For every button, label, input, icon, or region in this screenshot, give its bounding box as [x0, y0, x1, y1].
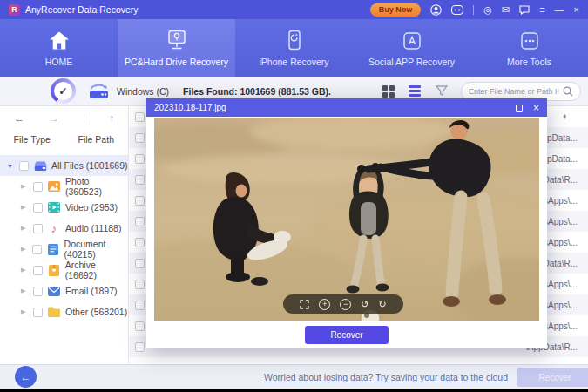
rotate-left-icon[interactable]: ↺	[361, 300, 368, 309]
close-button[interactable]: ×	[574, 5, 579, 15]
tree-item-other[interactable]: ▶ Other (568201)	[0, 301, 128, 322]
home-icon	[49, 30, 70, 52]
preview-window-controls: ×	[516, 103, 539, 113]
menu-icon[interactable]: ≡	[539, 5, 544, 15]
email-icon	[47, 285, 61, 297]
cloud-backup-link[interactable]: Worried about losing data? Try saving yo…	[264, 372, 508, 382]
tree-item-all-files[interactable]: ▼ All Files (1001669)	[0, 155, 128, 176]
photo-preview: + − ↺ ↻	[154, 118, 539, 321]
search-icon[interactable]	[563, 86, 573, 97]
document-icon	[46, 243, 60, 255]
checkbox-other[interactable]	[33, 308, 43, 317]
sort-icon[interactable]: ▲ ▼	[563, 114, 567, 120]
tab-iphone-recovery[interactable]: iPhone Recovery	[235, 19, 353, 77]
tab-pc-hard-drive-recovery[interactable]: PC&Hard Drive Recovery	[118, 19, 235, 77]
maximize-icon[interactable]	[516, 105, 523, 112]
tree-item-label: Photo (360523)	[65, 176, 128, 197]
caret-right-icon[interactable]: ▶	[21, 267, 29, 274]
fullscreen-icon[interactable]	[300, 300, 309, 309]
list-view-icon[interactable]	[409, 85, 421, 96]
caret-down-icon[interactable]: ▼	[7, 163, 15, 169]
photo-tools-bar: + − ↺ ↻	[283, 294, 403, 314]
view-controls	[382, 85, 448, 97]
grid-view-icon[interactable]	[382, 85, 394, 97]
archive-icon	[47, 264, 61, 276]
back-arrow-icon[interactable]: ←	[14, 112, 24, 125]
discord-icon[interactable]	[451, 5, 463, 15]
checkbox-all-files[interactable]	[19, 161, 29, 171]
caret-right-icon[interactable]: ▶	[21, 225, 29, 232]
caret-right-icon[interactable]: ▶	[21, 308, 29, 315]
select-all-checkbox[interactable]	[135, 112, 145, 122]
tree-item-photo[interactable]: ▶ Photo (360523)	[0, 176, 128, 197]
drive-label: Windows (C)	[117, 86, 169, 97]
rotate-right-icon[interactable]: ↻	[379, 300, 387, 309]
sort-down-icon: ▼	[563, 117, 567, 119]
buy-now-button[interactable]: Buy Now	[370, 3, 422, 17]
plus-glyph: +	[322, 300, 327, 308]
row-checkbox[interactable]	[135, 196, 145, 206]
row-checkbox[interactable]	[135, 238, 145, 247]
tab-file-path-label: File Path	[78, 134, 114, 145]
row-checkbox[interactable]	[135, 175, 145, 185]
checkbox-video[interactable]	[33, 203, 43, 213]
tab-iphone-recovery-label: iPhone Recovery	[260, 57, 329, 67]
recover-all-button[interactable]: Recover	[517, 368, 588, 387]
photo-icon	[47, 180, 61, 193]
filter-icon[interactable]	[436, 85, 448, 97]
tab-file-path[interactable]: File Path	[64, 130, 129, 153]
tab-social-app-recovery[interactable]: Social APP Recovery	[353, 19, 470, 77]
minimize-button[interactable]: —	[555, 5, 564, 15]
row-checkbox[interactable]	[135, 280, 145, 289]
feedback-icon[interactable]	[519, 5, 530, 15]
checkbox-document[interactable]	[32, 245, 42, 254]
tree-item-video[interactable]: ▶ Video (2953)	[0, 197, 128, 218]
tree-item-archive[interactable]: ▶ Archive (16692)	[0, 260, 128, 280]
tree-item-label: Other (568201)	[65, 307, 127, 317]
caret-right-icon[interactable]: ▶	[21, 287, 29, 294]
tab-file-type[interactable]: File Type	[0, 130, 64, 153]
zoom-out-icon[interactable]: −	[340, 299, 351, 310]
account-icon[interactable]	[430, 4, 442, 16]
main-navigation: HOME PC&Hard Drive Recovery iPhone Recov…	[0, 19, 588, 77]
row-checkbox[interactable]	[135, 133, 145, 143]
checkbox-photo[interactable]	[33, 182, 43, 192]
tab-more-tools[interactable]: More Tools	[470, 19, 588, 77]
row-checkbox[interactable]	[135, 217, 145, 226]
tree-item-audio[interactable]: ▶ ♪ Audio (11188)	[0, 218, 128, 239]
row-checkbox[interactable]	[135, 321, 145, 331]
footer-bar: ← Worried about losing data? Try saving …	[0, 364, 588, 389]
forward-arrow-icon[interactable]: →	[49, 112, 59, 125]
monitor-pin-icon	[166, 30, 188, 52]
phone-restore-icon	[287, 30, 301, 52]
caret-right-icon[interactable]: ▶	[21, 204, 29, 211]
caret-right-icon[interactable]: ▶	[21, 183, 29, 190]
recover-file-button[interactable]: Recover	[305, 326, 389, 344]
search-input[interactable]	[469, 87, 559, 96]
row-checkbox[interactable]	[135, 154, 145, 164]
preview-modal-titlebar: 202310.18-117.jpg ×	[146, 98, 547, 117]
sidebar-nav-separator	[84, 113, 84, 123]
tree-item-document[interactable]: ▶ Document (40215)	[0, 239, 128, 260]
social-app-icon	[402, 30, 422, 52]
checkbox-archive[interactable]	[33, 266, 43, 275]
caret-right-icon[interactable]: ▶	[21, 246, 28, 253]
preview-modal-footer: Recover	[146, 321, 547, 348]
zoom-in-icon[interactable]: +	[319, 299, 330, 310]
up-arrow-icon[interactable]: ↑	[109, 112, 114, 125]
close-preview-icon[interactable]: ×	[533, 103, 539, 113]
preview-file-name: 202310.18-117.jpg	[154, 103, 226, 112]
window-titlebar: R AnyRecover Data Recovery Buy Now ◎ ✉ ≡…	[0, 0, 588, 19]
back-button[interactable]: ←	[15, 366, 37, 388]
tree-item-email[interactable]: ▶ Email (1897)	[0, 280, 128, 301]
checkbox-email[interactable]	[33, 287, 43, 296]
drive-icon	[33, 159, 47, 172]
row-checkbox[interactable]	[135, 301, 145, 310]
row-checkbox[interactable]	[135, 342, 145, 352]
support-icon[interactable]: ◎	[483, 5, 492, 15]
checkbox-audio[interactable]	[33, 224, 43, 233]
row-checkbox[interactable]	[135, 259, 145, 268]
tree-item-label: All Files (1001669)	[51, 160, 128, 171]
tab-home[interactable]: HOME	[0, 19, 118, 77]
mail-icon[interactable]: ✉	[502, 5, 510, 15]
